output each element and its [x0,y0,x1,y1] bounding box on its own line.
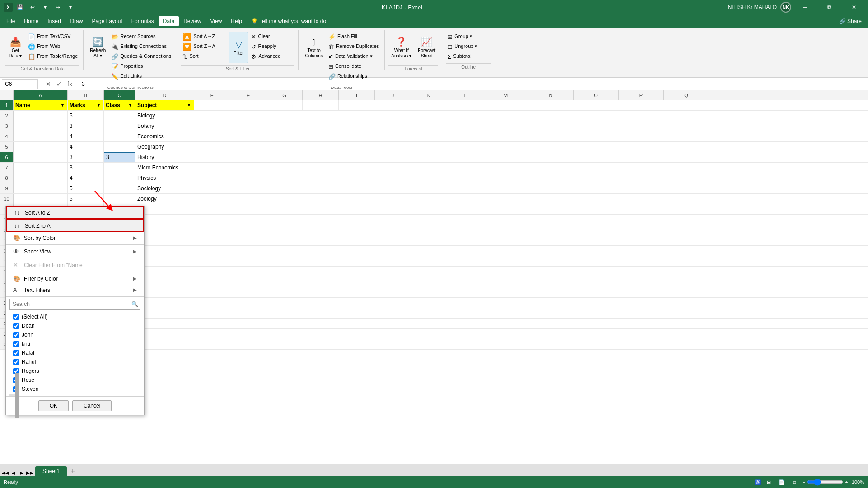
clear-button[interactable]: ✕ Clear [249,32,294,42]
zoom-out-icon[interactable]: − [803,479,805,485]
filter-sort-az[interactable]: ↑↓ Sort A to Z [6,206,144,219]
filter-dropdown-menu[interactable]: ↑↓ Sort A to Z ↓↑ Sort Z to A 🎨 Sort by … [5,206,145,415]
filter-by-color[interactable]: 🎨 Filter by Color ▶ [6,273,144,284]
menu-page-layout[interactable]: Page Layout [87,16,126,26]
col-header-c[interactable]: C [104,90,135,100]
cell-a10[interactable] [14,194,68,204]
cell-e3[interactable] [194,121,230,131]
cell-b7[interactable]: 3 [68,163,104,173]
col-header-b[interactable]: B [68,90,104,100]
filter-sort-za[interactable]: ↓↑ Sort Z to A [6,219,144,232]
col-header-f[interactable]: F [230,90,266,100]
cell-d3[interactable]: Botany [135,121,194,131]
sort-button[interactable]: ⇅ Sort [181,52,226,61]
cell-reference-box[interactable]: C6 [2,79,38,89]
cell-e9[interactable] [194,183,230,193]
cell-c1[interactable]: Class ▼ [104,100,135,110]
cell-b3[interactable]: 3 [68,121,104,131]
cell-a5[interactable] [14,142,68,152]
filter-item-john[interactable]: John [6,330,144,339]
col-header-o[interactable]: O [574,90,619,100]
relationships-button[interactable]: 🔗 Relationships [327,71,381,81]
cell-c9[interactable] [104,183,135,193]
reapply-button[interactable]: ↺ Reapply [249,42,294,52]
filter-item-dean[interactable]: Dean [6,321,144,330]
queries-connections-button[interactable]: 🔗 Queries & Connections [109,52,173,61]
cell-e7[interactable] [194,163,230,173]
checkbox-rahul[interactable] [13,359,19,365]
filter-arrow-name[interactable]: ▼ [60,103,65,108]
sheet-nav-prev[interactable]: ◀ [10,469,17,476]
ungroup-button[interactable]: ⊟ Ungroup ▾ [446,42,491,52]
cell-h1[interactable] [303,100,339,110]
cell-b1[interactable]: Marks ▼ [68,100,104,110]
existing-connections-button[interactable]: 🔌 Existing Connections [109,42,173,52]
normal-view-button[interactable]: ⊞ [765,478,774,487]
advanced-button[interactable]: ⚙ Advanced [249,52,294,61]
edit-links-button[interactable]: ✏️ Edit Links [109,71,173,81]
menu-view[interactable]: View [206,16,227,26]
filter-text-filters[interactable]: A Text Filters ▶ [6,284,144,296]
properties-button[interactable]: 📝 Properties [109,61,173,71]
cell-e8[interactable] [194,173,230,183]
col-header-e[interactable]: E [194,90,230,100]
cell-e10[interactable] [194,194,230,204]
what-if-button[interactable]: ❓ What-IfAnalysis ▾ [388,32,414,63]
cell-f1[interactable] [230,100,266,110]
col-header-h[interactable]: H [303,90,339,100]
confirm-formula-button[interactable]: ✓ [55,80,64,89]
filter-item-rose[interactable]: Rose [6,375,144,385]
filter-item-rahul[interactable]: Rahul [6,357,144,366]
undo-button[interactable]: ↩ [27,2,38,13]
cell-b4[interactable]: 4 [68,131,104,141]
cell-d7[interactable]: Micro Economics [135,163,194,173]
cell-b5[interactable]: 4 [68,142,104,152]
cell-a2[interactable] [14,111,68,121]
cell-c5[interactable] [104,142,135,152]
group-button[interactable]: ⊞ Group ▾ [446,32,491,42]
col-header-g[interactable]: G [266,90,303,100]
page-layout-view-button[interactable]: 📄 [777,478,786,487]
filter-sheet-view[interactable]: 👁 Sheet View ▶ [6,246,144,257]
cell-e2[interactable] [194,111,230,121]
page-break-view-button[interactable]: ⧉ [790,478,799,487]
cell-d1[interactable]: Subject ▼ [135,100,194,110]
close-button[interactable]: ✕ [844,0,864,14]
zoom-range-input[interactable] [807,479,843,486]
sheet-tab-sheet1[interactable]: Sheet1 [35,466,67,476]
filter-button[interactable]: ▽ Filter [229,32,248,63]
cell-c6[interactable]: 3 [104,152,135,162]
minimize-button[interactable]: ─ [795,0,816,14]
zoom-slider[interactable]: − + [803,479,848,486]
cell-c10[interactable] [104,194,135,204]
cell-e6[interactable] [194,152,230,162]
filter-item-steven[interactable]: Steven [6,385,144,394]
cell-c3[interactable] [104,121,135,131]
filter-arrow-class[interactable]: ▼ [127,103,133,108]
cell-d6[interactable]: History [135,152,194,162]
from-table-button[interactable]: 📋 From Table/Range [26,52,79,61]
from-text-button[interactable]: 📄 From Text/CSV [26,32,79,42]
cell-d5[interactable]: Geography [135,142,194,152]
menu-help[interactable]: Help [226,16,247,26]
menu-review[interactable]: Review [179,16,205,26]
sheet-nav-last[interactable]: ▶▶ [26,469,33,476]
recent-sources-button[interactable]: 📂 Recent Sources [109,32,173,42]
filter-search-input[interactable] [12,300,131,308]
customize-qat-button[interactable]: ▾ [65,2,76,13]
cell-c2[interactable] [104,111,135,121]
cell-a1[interactable]: Name ▼ [14,100,68,110]
undo-dropdown-button[interactable]: ▾ [40,2,51,13]
cell-b6[interactable]: 3 [68,152,104,162]
cell-e4[interactable] [194,131,230,141]
formula-input[interactable] [80,81,866,87]
filter-item-rogers[interactable]: Rogers [6,366,144,375]
menu-data[interactable]: Data [159,16,179,26]
menu-insert[interactable]: Insert [43,16,65,26]
cell-d10[interactable]: Zoology [135,194,194,204]
cell-d8[interactable]: Physics [135,173,194,183]
filter-arrow-subject[interactable]: ▼ [186,103,192,108]
text-to-columns-button[interactable]: ⫿ Text toColumns [302,32,325,63]
col-header-q[interactable]: Q [664,90,709,100]
cancel-formula-button[interactable]: ✕ [44,80,53,89]
